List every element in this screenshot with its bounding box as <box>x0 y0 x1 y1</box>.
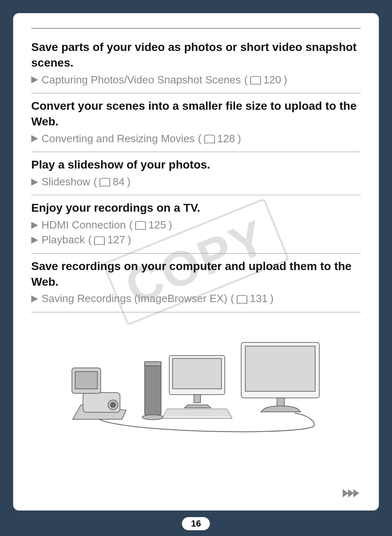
section-title: Convert your scenes into a smaller file … <box>31 98 361 129</box>
section-title: Save parts of your video as photos or sh… <box>31 39 361 71</box>
section-title: Play a slideshow of your photos. <box>31 157 361 173</box>
devices-illustration-svg <box>65 325 327 440</box>
top-divider <box>31 28 361 29</box>
reference-label: Saving Recordings (ImageBrowser EX) <box>42 291 227 306</box>
svg-rect-5 <box>145 362 161 415</box>
page-ref: (84) <box>94 174 131 189</box>
chevron-right-icon <box>348 489 354 497</box>
page-ref-number: 127 <box>107 232 125 247</box>
page-ref: (128) <box>198 131 241 146</box>
chevron-right-icon <box>343 489 348 497</box>
section-title: Enjoy your recordings on a TV. <box>31 200 361 216</box>
svg-rect-6 <box>145 362 161 366</box>
reference-label: Slideshow <box>42 174 90 189</box>
triangle-icon: ▶ <box>31 73 38 86</box>
svg-rect-10 <box>194 395 201 403</box>
connection-illustration <box>31 325 361 440</box>
chevron-right-icon <box>353 489 359 497</box>
reference-label: Capturing Photos/Video Snapshot Scenes <box>42 72 241 87</box>
feature-section: Save parts of your video as photos or sh… <box>31 35 361 93</box>
feature-section: Convert your scenes into a smaller file … <box>31 93 361 152</box>
page-ref: (131) <box>231 291 274 306</box>
page-ref-number: 131 <box>250 291 267 306</box>
reference-link[interactable]: ▶ Capturing Photos/Video Snapshot Scenes… <box>31 72 361 87</box>
page-ref: (125) <box>129 217 172 232</box>
svg-point-7 <box>142 415 164 420</box>
page-ref-number: 120 <box>263 72 281 87</box>
feature-section: Enjoy your recordings on a TV. ▶ HDMI Co… <box>31 195 361 254</box>
page-number: 16 <box>182 517 210 530</box>
page-ref: (120) <box>244 72 287 87</box>
book-icon <box>135 221 146 229</box>
page-ref: (127) <box>88 232 131 247</box>
page-ref-number: 128 <box>217 131 235 146</box>
page-ref-number: 125 <box>148 217 166 232</box>
triangle-icon: ▶ <box>31 233 38 246</box>
reference-link[interactable]: ▶ Slideshow (84) <box>31 174 361 189</box>
reference-link[interactable]: ▶ Playback (127) <box>31 232 361 247</box>
reference-link[interactable]: ▶ HDMI Connection (125) <box>31 217 361 232</box>
book-icon <box>204 134 215 143</box>
page-ref-number: 84 <box>113 174 125 189</box>
feature-section: Play a slideshow of your photos. ▶ Slide… <box>31 152 361 195</box>
reference-link[interactable]: ▶ Saving Recordings (ImageBrowser EX) (1… <box>31 291 361 306</box>
book-icon <box>250 76 261 84</box>
svg-rect-15 <box>245 346 315 391</box>
document-page: COPY Save parts of your video as photos … <box>13 13 379 511</box>
book-icon <box>237 295 247 303</box>
feature-section: Save recordings on your computer and upl… <box>31 254 361 312</box>
svg-rect-4 <box>75 372 97 389</box>
triangle-icon: ▶ <box>31 219 38 231</box>
reference-link[interactable]: ▶ Converting and Resizing Movies (128) <box>31 131 361 146</box>
triangle-icon: ▶ <box>31 292 38 305</box>
reference-label: HDMI Connection <box>42 217 126 232</box>
reference-label: Playback <box>42 232 85 247</box>
section-title: Save recordings on your computer and upl… <box>31 259 361 290</box>
svg-point-2 <box>111 402 115 407</box>
svg-rect-16 <box>277 398 284 407</box>
book-icon <box>99 178 110 186</box>
svg-rect-9 <box>173 358 221 389</box>
next-page-indicator[interactable] <box>343 489 359 497</box>
reference-label: Converting and Resizing Movies <box>42 131 195 146</box>
triangle-icon: ▶ <box>31 132 38 145</box>
book-icon <box>94 236 105 244</box>
triangle-icon: ▶ <box>31 176 38 188</box>
